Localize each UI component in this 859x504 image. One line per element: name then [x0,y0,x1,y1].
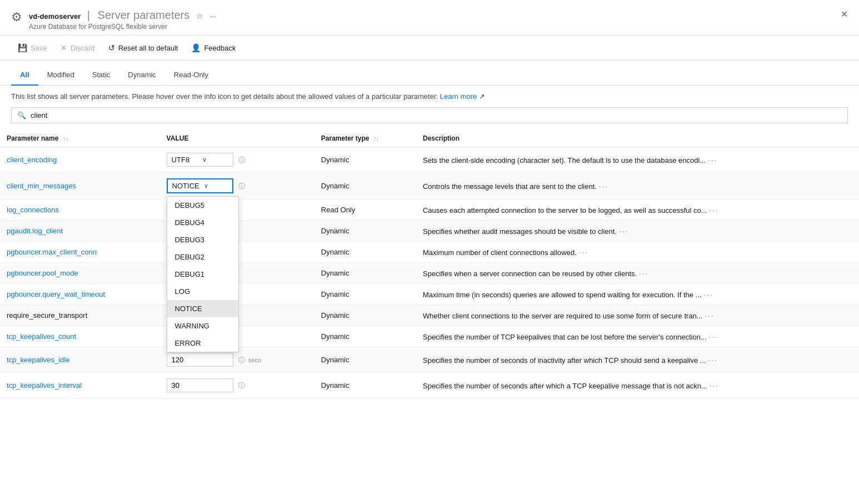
gear-icon: ⚙ [11,10,22,24]
search-input-wrap: 🔍 [11,107,848,123]
sort-param-type-icon[interactable]: ↑↓ [373,136,379,142]
chevron-down-icon: ∨ [204,182,228,189]
info-icon[interactable]: ⓘ [238,382,245,390]
value-input-tcp-idle[interactable] [167,353,233,367]
info-icon[interactable]: ⓘ [238,182,245,190]
param-name-link[interactable]: pgbouncer.pool_mode [7,269,78,277]
dropdown-item-debug5[interactable]: DEBUG5 [167,197,238,214]
param-name-link[interactable]: client_encoding [7,156,57,164]
dropdown-item-notice[interactable]: NOTICE [167,300,238,317]
table-header-row: Parameter name ↑↓ VALUE Parameter type ↑… [0,130,859,147]
row-more-button[interactable]: ··· [578,248,588,257]
param-desc-cell: Controls the message levels that are sen… [416,173,859,199]
dropdown-item-debug3[interactable]: DEBUG3 [167,231,238,248]
param-name-link[interactable]: tcp_keepalives_count [7,332,76,341]
unit-label: seco [248,357,261,363]
table-row: pgbouncer.pool_mode ⓘ Dynamic Specifies … [0,263,859,284]
param-name-cell: client_encoding [0,147,160,173]
dropdown-item-debug4[interactable]: DEBUG4 [167,214,238,231]
learn-more-link[interactable]: Learn more [440,92,477,101]
info-icon[interactable]: ⓘ [238,156,245,164]
param-name-cell: pgbouncer.max_client_conn [0,242,160,263]
row-more-button[interactable]: ··· [708,332,718,341]
param-name-link[interactable]: pgbouncer.max_client_conn [7,248,97,256]
discard-icon: ✕ [61,43,67,52]
tab-all[interactable]: All [11,65,38,86]
parameters-table-wrap: Parameter name ↑↓ VALUE Parameter type ↑… [0,130,859,398]
discard-button[interactable]: ✕ Discard [54,40,102,56]
param-type-cell: Dynamic [314,373,416,398]
search-bar: 🔍 [0,107,859,130]
table-row: tcp_keepalives_interval ⓘ Dynamic Specif… [0,373,859,398]
param-name-link[interactable]: pgaudit.log_client [7,227,63,235]
table-row: client_min_messages NOTICE ∨ DEBUG5 DEBU… [0,173,859,199]
search-input[interactable] [31,111,842,119]
feedback-button[interactable]: 👤 Feedback [184,40,242,56]
param-desc-cell: Specifies whether audit messages should … [416,221,859,242]
parameters-table: Parameter name ↑↓ VALUE Parameter type ↑… [0,130,859,398]
dropdown-item-debug2[interactable]: DEBUG2 [167,248,238,266]
tab-readonly[interactable]: Read-Only [165,65,217,86]
param-name-cell: tcp_keepalives_idle [0,347,160,373]
param-type-cell: Dynamic [314,173,416,199]
param-name-cell: require_secure_transport [0,305,160,326]
param-value-cell: ⓘ [160,373,314,398]
param-type-cell: Dynamic [314,147,416,173]
tab-dynamic[interactable]: Dynamic [119,65,165,86]
table-row: require_secure_transport ⓘ Dynamic Wheth… [0,305,859,326]
dropdown-item-error[interactable]: ERROR [167,335,238,352]
title-info: vd-demoserver | Server parameters ☆ ··· … [29,9,216,31]
more-options-icon[interactable]: ··· [209,12,216,21]
param-name-link[interactable]: tcp_keepalives_interval [7,381,82,390]
row-more-button[interactable]: ··· [709,206,719,214]
info-icon[interactable]: ⓘ [238,356,245,364]
col-param-name: Parameter name ↑↓ [0,130,160,147]
param-name-cell: pgbouncer.pool_mode [0,263,160,284]
value-input-tcp-interval[interactable] [167,378,233,392]
param-value-cell: UTF8 ∨ ⓘ [160,147,314,173]
row-more-button[interactable]: ··· [703,290,713,299]
param-name-link[interactable]: pgbouncer.query_wait_timeout [7,290,105,298]
reset-icon: ↺ [108,43,115,52]
param-name-link[interactable]: tcp_keepalives_idle [7,356,69,364]
save-button[interactable]: 💾 Save [11,40,54,56]
row-more-button[interactable]: ··· [709,381,719,390]
value-select-client-min-messages[interactable]: NOTICE ∨ [167,178,233,193]
param-desc-cell: Specifies when a server connection can b… [416,263,859,284]
param-name-cell: log_connections [0,199,160,221]
tab-static[interactable]: Static [83,65,119,86]
row-more-button[interactable]: ··· [599,182,609,191]
param-desc-cell: Causes each attempted connection to the … [416,199,859,221]
row-more-button[interactable]: ··· [708,356,718,365]
value-select-client-encoding[interactable]: UTF8 ∨ [167,153,233,167]
server-subtitle: Azure Database for PostgreSQL flexible s… [29,23,216,31]
param-desc-cell: Specifies the number of TCP keepalives t… [416,326,859,347]
dropdown-item-log[interactable]: LOG [167,283,238,300]
table-row: tcp_keepalives_idle ⓘ seco Dynamic Speci… [0,347,859,373]
col-value: VALUE [160,130,314,147]
param-name-link[interactable]: client_min_messages [7,182,76,190]
sort-param-name-icon[interactable]: ↑↓ [63,136,68,142]
tab-modified[interactable]: Modified [38,65,83,86]
param-type-cell: Dynamic [314,305,416,326]
row-more-button[interactable]: ··· [619,227,629,236]
row-more-button[interactable]: ··· [705,311,715,320]
row-more-button[interactable]: ··· [708,156,718,164]
param-value-cell: NOTICE ∨ DEBUG5 DEBUG4 DEBUG3 DEBUG2 DEB… [160,173,314,199]
row-more-button[interactable]: ··· [639,269,649,278]
table-row: pgbouncer.max_client_conn ⓘ Dynamic Maxi… [0,242,859,263]
close-button[interactable]: ✕ [841,9,848,19]
dropdown-item-warning[interactable]: WARNING [167,317,238,335]
table-row: client_encoding UTF8 ∨ ⓘ Dynamic Sets th… [0,147,859,173]
dropdown-item-debug1[interactable]: DEBUG1 [167,266,238,283]
param-name-cell: client_min_messages [0,173,160,199]
param-name-cell: pgaudit.log_client [0,221,160,242]
param-type-cell: Dynamic [314,326,416,347]
page-title: Server parameters [98,9,190,21]
param-name-link[interactable]: log_connections [7,206,59,214]
param-type-cell: Dynamic [314,263,416,284]
reset-button[interactable]: ↺ Reset all to default [102,40,185,56]
star-icon[interactable]: ☆ [196,12,203,21]
param-desc-cell: Maximum time (in seconds) queries are al… [416,284,859,305]
param-type-cell: Dynamic [314,221,416,242]
